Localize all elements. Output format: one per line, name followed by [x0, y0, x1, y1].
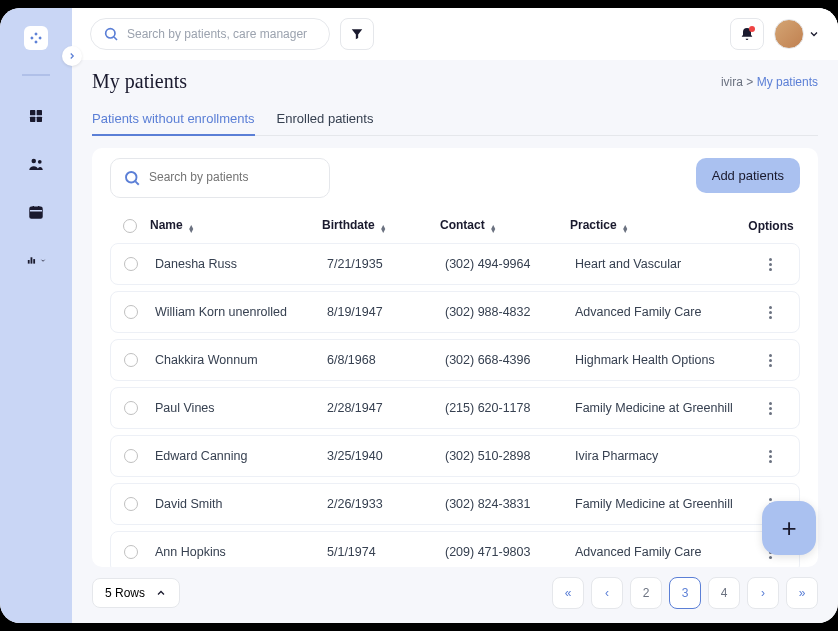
table-row[interactable]: Danesha Russ7/21/1935(302) 494-9964Heart… — [110, 243, 800, 285]
chevron-down-icon — [808, 28, 820, 40]
breadcrumb: ivira > My patients — [721, 75, 818, 89]
collapse-sidebar-button[interactable] — [62, 46, 82, 66]
page-last[interactable]: » — [786, 577, 818, 609]
page-3[interactable]: 3 — [669, 577, 701, 609]
page-next[interactable]: › — [747, 577, 779, 609]
svg-rect-0 — [30, 110, 35, 115]
row-radio[interactable] — [124, 449, 138, 463]
table-header: Name▲▼ Birthdate▲▼ Contact▲▼ Practice▲▼ … — [110, 208, 800, 243]
sort-icon: ▲▼ — [188, 225, 195, 233]
tab-without-enrollments[interactable]: Patients without enrollments — [92, 103, 255, 136]
row-radio[interactable] — [124, 401, 138, 415]
top-search-input[interactable] — [127, 27, 317, 41]
cell-birthdate: 7/21/1935 — [323, 257, 441, 271]
svg-rect-1 — [37, 110, 42, 115]
sidebar — [0, 8, 72, 623]
breadcrumb-current[interactable]: My patients — [757, 75, 818, 89]
svg-rect-10 — [28, 260, 30, 264]
rows-selector[interactable]: 5 Rows — [92, 578, 180, 608]
table-row[interactable]: Edward Canning3/25/1940(302) 510-2898Ivi… — [110, 435, 800, 477]
cell-practice: Ivira Pharmacy — [571, 449, 741, 463]
svg-rect-12 — [33, 259, 35, 264]
cell-contact: (215) 620-1178 — [441, 401, 571, 415]
table-row[interactable]: David Smith2/26/1933(302) 824-3831Family… — [110, 483, 800, 525]
row-radio[interactable] — [124, 497, 138, 511]
row-radio[interactable] — [124, 305, 138, 319]
svg-rect-2 — [30, 117, 35, 122]
cell-practice: Family Medicine at Greenhill — [571, 401, 741, 415]
patients-icon[interactable] — [26, 154, 46, 174]
row-radio[interactable] — [124, 257, 138, 271]
cell-birthdate: 8/19/1947 — [323, 305, 441, 319]
tab-enrolled[interactable]: Enrolled patients — [277, 103, 374, 136]
calendar-icon[interactable] — [26, 202, 46, 222]
dashboard-icon[interactable] — [26, 106, 46, 126]
logo — [24, 26, 48, 50]
row-radio[interactable] — [124, 545, 138, 559]
page-title: My patients — [92, 70, 187, 93]
cell-practice: Advanced Family Care — [571, 545, 741, 559]
table-row[interactable]: Chakkira Wonnum6/8/1968(302) 668-4396Hig… — [110, 339, 800, 381]
header-name[interactable]: Name▲▼ — [150, 218, 322, 233]
page-4[interactable]: 4 — [708, 577, 740, 609]
row-options-button[interactable] — [745, 450, 795, 463]
svg-rect-3 — [37, 117, 42, 122]
fab-add[interactable]: + — [762, 501, 816, 555]
page-2[interactable]: 2 — [630, 577, 662, 609]
pagination: « ‹ 234 › » — [552, 577, 818, 609]
header-contact[interactable]: Contact▲▼ — [440, 218, 570, 233]
row-options-button[interactable] — [745, 354, 795, 367]
row-options-button[interactable] — [745, 258, 795, 271]
cell-practice: Highmark Health Options — [571, 353, 741, 367]
svg-line-16 — [135, 181, 138, 184]
header-birthdate[interactable]: Birthdate▲▼ — [322, 218, 440, 233]
sort-icon: ▲▼ — [380, 225, 387, 233]
svg-line-14 — [114, 37, 117, 40]
cell-contact: (302) 824-3831 — [441, 497, 571, 511]
cell-contact: (209) 471-9803 — [441, 545, 571, 559]
svg-point-13 — [106, 29, 115, 38]
row-radio[interactable] — [124, 353, 138, 367]
table-search-input[interactable] — [149, 170, 317, 186]
row-options-button[interactable] — [745, 402, 795, 415]
sort-icon: ▲▼ — [490, 225, 497, 233]
header-practice[interactable]: Practice▲▼ — [570, 218, 742, 233]
select-all-radio[interactable] — [123, 219, 137, 233]
cell-contact: (302) 494-9964 — [441, 257, 571, 271]
filter-button[interactable] — [340, 18, 374, 50]
header-options: Options — [742, 219, 800, 233]
cell-birthdate: 2/26/1933 — [323, 497, 441, 511]
table-row[interactable]: William Korn unenrolled8/19/1947(302) 98… — [110, 291, 800, 333]
add-patients-button[interactable]: Add patients — [696, 158, 800, 193]
topbar — [72, 8, 838, 60]
search-icon — [103, 26, 119, 42]
cell-name: David Smith — [151, 497, 323, 511]
user-menu[interactable] — [774, 19, 820, 49]
cell-contact: (302) 668-4396 — [441, 353, 571, 367]
cell-birthdate: 3/25/1940 — [323, 449, 441, 463]
cell-contact: (302) 510-2898 — [441, 449, 571, 463]
cell-practice: Advanced Family Care — [571, 305, 741, 319]
svg-point-15 — [126, 172, 137, 183]
cell-name: Ann Hopkins — [151, 545, 323, 559]
notification-button[interactable] — [730, 18, 764, 50]
cell-name: Paul Vines — [151, 401, 323, 415]
table-row[interactable]: Paul Vines2/28/1947(215) 620-1178Family … — [110, 387, 800, 429]
row-options-button[interactable] — [745, 306, 795, 319]
cell-practice: Family Medicine at Greenhill — [571, 497, 741, 511]
table-toolbar: Add patients — [92, 148, 818, 208]
table-search[interactable] — [110, 158, 330, 198]
cell-name: Chakkira Wonnum — [151, 353, 323, 367]
search-icon — [123, 169, 141, 187]
cell-name: Edward Canning — [151, 449, 323, 463]
main: My patients ivira > My patients Patients… — [72, 8, 838, 623]
svg-rect-11 — [31, 257, 33, 263]
tabs: Patients without enrollments Enrolled pa… — [92, 103, 818, 136]
cell-contact: (302) 988-4832 — [441, 305, 571, 319]
svg-point-5 — [38, 160, 42, 164]
stats-icon[interactable] — [26, 250, 46, 270]
top-search[interactable] — [90, 18, 330, 50]
page-first[interactable]: « — [552, 577, 584, 609]
table-row[interactable]: Ann Hopkins5/1/1974(209) 471-9803Advance… — [110, 531, 800, 567]
page-prev[interactable]: ‹ — [591, 577, 623, 609]
